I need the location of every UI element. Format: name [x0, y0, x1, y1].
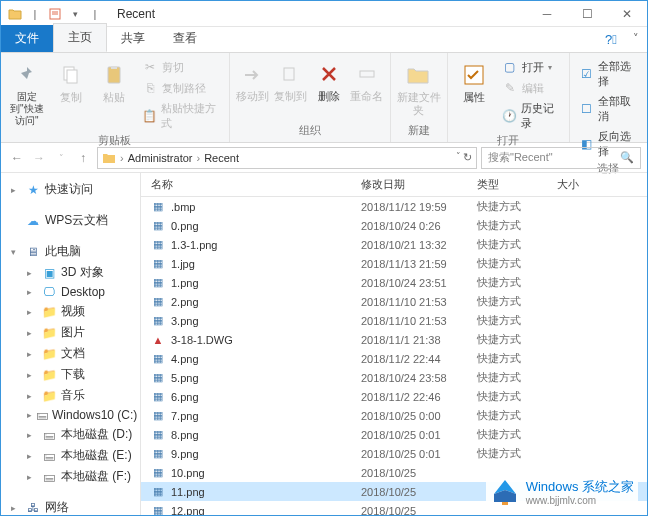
- address-bar: ← → ˅ ↑ › Administrator › Recent ˅ ↻ 搜索"…: [1, 143, 647, 173]
- file-row[interactable]: ▦5.png2018/10/24 23:58快捷方式: [141, 368, 647, 387]
- window-title: Recent: [109, 7, 527, 21]
- file-row[interactable]: ▦1.png2018/10/24 23:51快捷方式: [141, 273, 647, 292]
- tab-share[interactable]: 共享: [107, 25, 159, 52]
- file-row[interactable]: ▦2.png2018/11/10 21:53快捷方式: [141, 292, 647, 311]
- file-row[interactable]: ▦7.png2018/10/25 0:00快捷方式: [141, 406, 647, 425]
- new-folder-button[interactable]: 新建文件夹: [397, 57, 441, 117]
- move-to-button[interactable]: 移动到: [236, 57, 270, 104]
- crumb-recent[interactable]: Recent: [204, 152, 239, 164]
- nav-disk-e[interactable]: ▸🖴本地磁盘 (E:): [1, 445, 140, 466]
- nav-network[interactable]: ▸🖧网络: [1, 497, 140, 515]
- select-none-button[interactable]: ☐全部取消: [576, 92, 641, 126]
- properties-button[interactable]: 属性: [454, 57, 494, 104]
- cloud-icon: ☁: [25, 214, 41, 228]
- copy-to-button[interactable]: 复制到: [274, 57, 308, 104]
- file-row[interactable]: ▦10.png2018/10/25: [141, 463, 647, 482]
- nav-pictures[interactable]: ▸📁图片: [1, 322, 140, 343]
- delete-button[interactable]: 删除: [312, 57, 346, 104]
- pin-button[interactable]: 固定到"快速访问": [7, 57, 47, 127]
- nav-downloads[interactable]: ▸📁下载: [1, 364, 140, 385]
- file-date: 2018/10/24 23:51: [361, 277, 477, 289]
- refresh-icon[interactable]: ↻: [463, 151, 472, 164]
- file-row[interactable]: ▦9.png2018/10/25 0:01快捷方式: [141, 444, 647, 463]
- nav-music[interactable]: ▸📁音乐: [1, 385, 140, 406]
- chevron-right-icon[interactable]: ›: [196, 152, 200, 164]
- rename-button[interactable]: 重命名: [350, 57, 384, 104]
- properties-qat-icon[interactable]: [47, 6, 63, 22]
- file-row[interactable]: ▦12.png2018/10/25: [141, 501, 647, 515]
- nav-disk-c[interactable]: ▸🖴Windows10 (C:): [1, 406, 140, 424]
- copy-icon: [57, 61, 85, 89]
- nav-quick-access[interactable]: ▸★快速访问: [1, 179, 140, 200]
- file-row[interactable]: ▦0.png2018/10/24 0:26快捷方式: [141, 216, 647, 235]
- disk-icon: 🖴: [41, 449, 57, 463]
- crumb-admin[interactable]: Administrator: [128, 152, 193, 164]
- forward-button[interactable]: →: [29, 148, 49, 168]
- back-button[interactable]: ←: [7, 148, 27, 168]
- file-row[interactable]: ▦4.png2018/11/2 22:44快捷方式: [141, 349, 647, 368]
- file-row[interactable]: ▦1.3-1.png2018/10/21 13:32快捷方式: [141, 235, 647, 254]
- nav-disk-f[interactable]: ▸🖴本地磁盘 (F:): [1, 466, 140, 487]
- folder-icon[interactable]: [7, 6, 23, 22]
- search-input[interactable]: 搜索"Recent" 🔍: [481, 147, 641, 169]
- file-type: 快捷方式: [477, 218, 557, 233]
- nav-disk-d[interactable]: ▸🖴本地磁盘 (D:): [1, 424, 140, 445]
- close-button[interactable]: ✕: [607, 1, 647, 26]
- nav-this-pc[interactable]: ▾🖥此电脑: [1, 241, 140, 262]
- navigation-pane: ▸★快速访问 ☁WPS云文档 ▾🖥此电脑 ▸▣3D 对象 ▸🖵Desktop ▸…: [1, 173, 141, 515]
- minimize-button[interactable]: ─: [527, 1, 567, 26]
- properties-icon: [460, 61, 488, 89]
- file-row[interactable]: ▦6.png2018/11/2 22:46快捷方式: [141, 387, 647, 406]
- file-row[interactable]: ▦11.png2018/10/25: [141, 482, 647, 501]
- up-button[interactable]: ↑: [73, 148, 93, 168]
- file-row[interactable]: ▦3.png2018/11/10 21:53快捷方式: [141, 311, 647, 330]
- open-button[interactable]: ▢打开▾: [498, 57, 563, 77]
- select-all-button[interactable]: ☑全部选择: [576, 57, 641, 91]
- new-folder-icon: [405, 61, 433, 89]
- history-button[interactable]: 🕐历史记录: [498, 99, 563, 133]
- qat-dropdown-icon[interactable]: ▾: [67, 6, 83, 22]
- search-icon[interactable]: 🔍: [620, 151, 634, 164]
- disk-icon: 🖴: [41, 428, 57, 442]
- chevron-right-icon[interactable]: ›: [120, 152, 124, 164]
- maximize-button[interactable]: ☐: [567, 1, 607, 26]
- paste-button[interactable]: 粘贴: [94, 57, 134, 104]
- col-size[interactable]: 大小: [557, 177, 647, 192]
- file-row[interactable]: ▦1.jpg2018/11/13 21:59快捷方式: [141, 254, 647, 273]
- nav-desktop[interactable]: ▸🖵Desktop: [1, 283, 140, 301]
- svg-rect-3: [108, 67, 120, 83]
- cut-button[interactable]: ✂剪切: [138, 57, 223, 77]
- nav-3d-objects[interactable]: ▸▣3D 对象: [1, 262, 140, 283]
- file-type: 快捷方式: [477, 256, 557, 271]
- pc-icon: 🖥: [25, 245, 41, 259]
- file-row[interactable]: ▲3-18-1.DWG2018/11/1 21:38快捷方式: [141, 330, 647, 349]
- col-name[interactable]: 名称: [141, 177, 361, 192]
- tab-file[interactable]: 文件: [1, 25, 53, 52]
- file-date: 2018/11/2 22:46: [361, 391, 477, 403]
- documents-icon: 📁: [41, 347, 57, 361]
- svg-rect-4: [111, 66, 117, 69]
- tab-view[interactable]: 查看: [159, 25, 211, 52]
- edit-icon: ✎: [502, 80, 518, 96]
- copy-path-button[interactable]: ⎘复制路径: [138, 78, 223, 98]
- file-row[interactable]: ▦8.png2018/10/25 0:01快捷方式: [141, 425, 647, 444]
- recent-locations-button[interactable]: ˅: [51, 148, 71, 168]
- nav-documents[interactable]: ▸📁文档: [1, 343, 140, 364]
- copy-button[interactable]: 复制: [51, 57, 91, 104]
- file-row[interactable]: ▦.bmp2018/11/12 19:59快捷方式: [141, 197, 647, 216]
- address-dropdown-icon[interactable]: ˅: [456, 151, 461, 164]
- col-date[interactable]: 修改日期: [361, 177, 477, 192]
- help-icon[interactable]: ?⃝: [605, 32, 617, 47]
- file-date: 2018/10/21 13:32: [361, 239, 477, 251]
- expand-ribbon-icon[interactable]: ˅: [633, 32, 639, 45]
- nav-wps[interactable]: ☁WPS云文档: [1, 210, 140, 231]
- breadcrumb[interactable]: › Administrator › Recent ˅ ↻: [97, 147, 477, 169]
- tab-home[interactable]: 主页: [53, 23, 107, 52]
- paste-shortcut-button[interactable]: 📋粘贴快捷方式: [138, 99, 223, 133]
- desktop-icon: 🖵: [41, 285, 57, 299]
- nav-videos[interactable]: ▸📁视频: [1, 301, 140, 322]
- ribbon: 固定到"快速访问" 复制 粘贴 ✂剪切 ⎘复制路径 📋粘贴快捷方式 剪贴板: [1, 53, 647, 143]
- edit-button[interactable]: ✎编辑: [498, 78, 563, 98]
- column-headers: 名称 修改日期 类型 大小: [141, 173, 647, 197]
- col-type[interactable]: 类型: [477, 177, 557, 192]
